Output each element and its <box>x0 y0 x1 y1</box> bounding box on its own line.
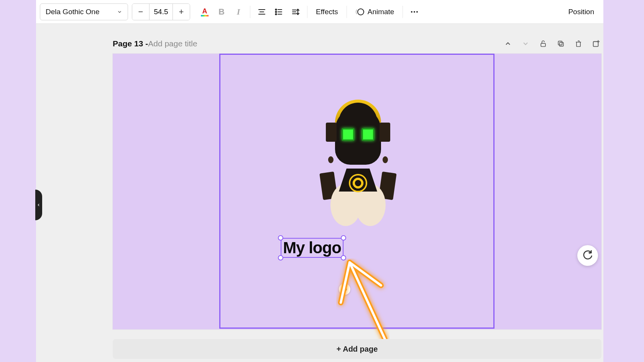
duplicate-page-button[interactable] <box>555 38 566 49</box>
duplicate-icon <box>557 40 565 48</box>
sparkle-refresh-icon <box>582 250 593 261</box>
svg-point-7 <box>276 13 277 15</box>
font-size-stepper: − + <box>132 3 190 20</box>
chevron-left-icon <box>37 202 41 208</box>
text-element-selected[interactable]: My logo <box>281 238 343 258</box>
rotate-handle[interactable]: ↻ <box>339 283 350 295</box>
svg-rect-1 <box>201 15 209 16</box>
svg-point-18 <box>416 11 418 13</box>
position-button[interactable]: Position <box>563 3 600 20</box>
robot-image[interactable] <box>308 100 408 230</box>
add-page-button[interactable] <box>591 38 601 49</box>
bold-icon: B <box>219 7 225 17</box>
design-canvas[interactable] <box>113 54 601 329</box>
list-button[interactable] <box>270 3 287 20</box>
page-number-label: Page 13 - <box>113 39 148 48</box>
more-options-button[interactable] <box>406 3 423 20</box>
delete-page-button[interactable] <box>573 38 584 49</box>
list-icon <box>274 7 283 16</box>
font-family-select[interactable]: Dela Gothic One <box>40 3 128 20</box>
bold-button[interactable]: B <box>213 3 230 20</box>
toolbar-separator <box>402 6 403 18</box>
lock-page-button[interactable] <box>538 38 549 49</box>
page-collapse-down-button[interactable] <box>520 38 531 49</box>
selection-handle[interactable] <box>341 255 346 260</box>
chevron-up-icon <box>504 40 512 48</box>
svg-point-17 <box>414 11 415 13</box>
italic-button[interactable]: I <box>230 3 247 20</box>
chevron-down-icon <box>522 40 529 48</box>
more-icon <box>410 7 419 16</box>
svg-text:A: A <box>202 7 207 15</box>
selection-handle[interactable] <box>341 235 346 241</box>
page-header-row: Page 13 - Add page title <box>113 38 601 49</box>
side-panel-collapse-tab[interactable] <box>35 190 42 220</box>
alignment-button[interactable] <box>253 3 270 20</box>
trash-icon <box>575 39 582 48</box>
svg-point-15 <box>358 9 364 15</box>
chevron-down-icon <box>117 9 122 15</box>
toolbar-separator <box>347 6 347 18</box>
animate-button[interactable]: Animate <box>350 3 400 20</box>
ai-assist-fab[interactable] <box>577 245 598 266</box>
font-size-increase-button[interactable]: + <box>173 4 190 20</box>
svg-rect-20 <box>560 43 564 46</box>
page-collapse-up-button[interactable] <box>503 38 513 49</box>
svg-point-5 <box>276 9 277 10</box>
spacing-button[interactable] <box>287 3 304 20</box>
add-page-bar[interactable]: + Add page <box>113 339 601 359</box>
svg-rect-19 <box>541 43 545 46</box>
add-page-icon <box>592 39 600 48</box>
text-color-button[interactable]: A <box>196 3 213 20</box>
spacing-icon <box>291 7 300 16</box>
font-size-input[interactable] <box>149 4 173 20</box>
toolbar-separator <box>250 6 250 18</box>
unlock-icon <box>539 39 547 48</box>
effects-button[interactable]: Effects <box>310 3 343 20</box>
page-title-input[interactable]: Add page title <box>148 39 197 48</box>
svg-rect-21 <box>558 41 562 45</box>
italic-icon: I <box>237 7 240 17</box>
animate-icon <box>355 7 365 16</box>
font-family-label: Dela Gothic One <box>46 8 99 16</box>
text-color-icon: A <box>200 7 210 17</box>
page-actions <box>503 38 601 49</box>
svg-point-6 <box>276 11 277 12</box>
toolbar-separator <box>307 6 307 18</box>
align-icon <box>257 7 266 16</box>
svg-point-16 <box>411 11 412 13</box>
animate-label: Animate <box>368 8 394 16</box>
font-size-decrease-button[interactable]: − <box>132 4 149 20</box>
text-element-value[interactable]: My logo <box>283 239 341 257</box>
text-toolbar: Dela Gothic One − + A B I Effe <box>36 0 603 24</box>
svg-rect-22 <box>593 42 598 47</box>
